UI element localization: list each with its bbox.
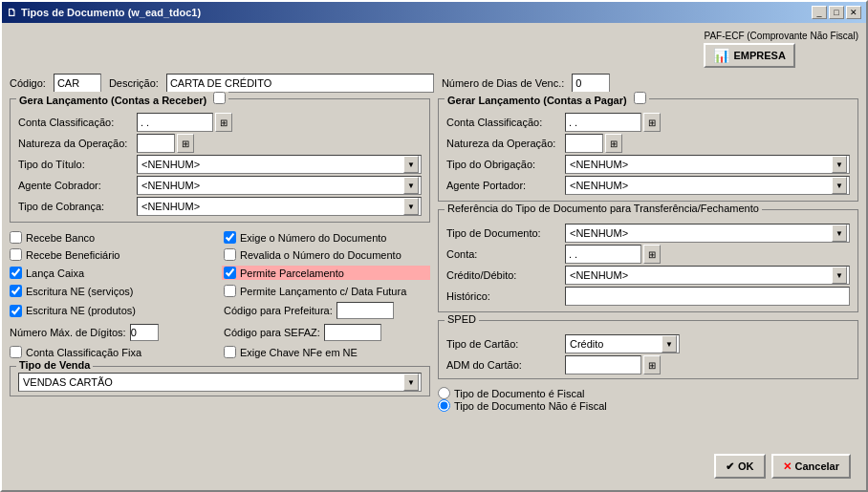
descricao-input[interactable] bbox=[166, 74, 434, 93]
agente-cobrador-value: <NENHUM> bbox=[140, 180, 403, 191]
agente-portador-arrow[interactable]: ▼ bbox=[832, 177, 847, 194]
exige-chave-nfe-label: Exige Chave NFe em NE bbox=[240, 347, 358, 358]
gera-lancamento-checkbox[interactable] bbox=[213, 92, 226, 104]
ref-conta-lookup[interactable]: ⊞ bbox=[643, 245, 661, 264]
escritura-ne-serv-cb[interactable] bbox=[10, 285, 22, 297]
permite-data-futura-cb[interactable] bbox=[224, 285, 236, 297]
main-window: 🗋 Tipos de Documento (w_ead_tdoc1) _ □ ✕… bbox=[0, 0, 868, 492]
pagar-natureza-lookup[interactable]: ⊞ bbox=[605, 134, 622, 153]
conta-class-fixa-label: Conta Classificação Fixa bbox=[26, 347, 141, 358]
conta-class-fixa-cb[interactable] bbox=[10, 346, 22, 358]
close-button[interactable]: ✕ bbox=[846, 6, 861, 19]
pagar-conta-input[interactable]: . . bbox=[565, 113, 641, 132]
cod-prefeitura-input[interactable] bbox=[336, 302, 394, 319]
conta-class-input[interactable]: . . bbox=[137, 113, 213, 132]
tipo-cobranca-arrow[interactable]: ▼ bbox=[403, 198, 419, 215]
sped-group: SPED Tipo de Cartão: Crédito ▼ ADM do Ca… bbox=[438, 320, 858, 379]
tipo-obrigacao-arrow[interactable]: ▼ bbox=[832, 156, 847, 173]
exige-numero-cb[interactable] bbox=[224, 231, 236, 244]
radio-section: Tipo de Documento é Fiscal Tipo de Docum… bbox=[438, 387, 858, 412]
tipo-titulo-arrow[interactable]: ▼ bbox=[403, 156, 419, 173]
agente-portador-value: <NENHUM> bbox=[568, 180, 832, 191]
codigo-input[interactable] bbox=[54, 74, 101, 93]
title-bar-left: 🗋 Tipos de Documento (w_ead_tdoc1) bbox=[7, 7, 201, 18]
pagar-conta-label: Conta Classificação: bbox=[446, 117, 561, 128]
escritura-ne-prod-cb[interactable] bbox=[10, 305, 22, 317]
adm-cartao-lookup[interactable]: ⊞ bbox=[643, 355, 661, 374]
conta-class-lookup[interactable]: ⊞ bbox=[215, 113, 232, 132]
checkboxes-area: Recebe Banco Exige o Número do Documento… bbox=[10, 228, 430, 358]
window-icon: 🗋 bbox=[7, 7, 17, 18]
cb-row-4: Escritura NE (serviços) Permite Lançamen… bbox=[10, 285, 430, 297]
empresa-button[interactable]: 📊 EMPRESA bbox=[704, 43, 794, 68]
ref-conta-label: Conta: bbox=[446, 248, 561, 260]
radio-nao-fiscal-input[interactable] bbox=[438, 399, 450, 412]
natureza-lookup[interactable]: ⊞ bbox=[177, 134, 194, 153]
natureza-input[interactable] bbox=[137, 134, 175, 153]
tipo-titulo-label: Tipo do Título: bbox=[18, 159, 133, 170]
revalida-numero-cb[interactable] bbox=[224, 248, 236, 261]
ref-historico-input[interactable] bbox=[565, 287, 850, 306]
tipo-titulo-combo[interactable]: <NENHUM> ▼ bbox=[137, 155, 422, 174]
panel-right: Gerar Lançamento (Contas a Pagar) Conta … bbox=[438, 98, 858, 444]
title-bar: 🗋 Tipos de Documento (w_ead_tdoc1) _ □ ✕ bbox=[2, 2, 866, 23]
tipo-cartao-combo[interactable]: Crédito ▼ bbox=[565, 334, 680, 353]
ref-credito-arrow[interactable]: ▼ bbox=[832, 267, 847, 284]
empresa-label: EMPRESA bbox=[733, 50, 785, 61]
agente-portador-row: Agente Portador: <NENHUM> ▼ bbox=[446, 176, 850, 195]
tipo-venda-combo[interactable]: VENDAS CARTÃO ▼ bbox=[18, 373, 422, 392]
cb-row-2: Recebe Beneficiário Revalida o Número do… bbox=[10, 248, 430, 261]
num-dias-input[interactable] bbox=[572, 74, 610, 93]
minimize-button[interactable]: _ bbox=[812, 6, 827, 19]
agente-cobrador-combo[interactable]: <NENHUM> ▼ bbox=[137, 176, 422, 195]
adm-cartao-input[interactable] bbox=[565, 355, 641, 374]
maximize-button[interactable]: □ bbox=[829, 6, 844, 19]
title-bar-controls: _ □ ✕ bbox=[812, 6, 861, 19]
pagar-conta-lookup[interactable]: ⊞ bbox=[643, 113, 661, 132]
cancel-label: Cancelar bbox=[795, 460, 839, 472]
recebe-beneficiario-label: Recebe Beneficiário bbox=[26, 249, 119, 261]
tipo-cartao-arrow[interactable]: ▼ bbox=[662, 335, 677, 353]
agente-portador-combo[interactable]: <NENHUM> ▼ bbox=[565, 176, 850, 195]
cod-sefaz-input[interactable] bbox=[324, 324, 381, 341]
escritura-ne-serv-label: Escritura NE (serviços) bbox=[26, 286, 133, 297]
radio-fiscal-label: Tipo de Documento é Fiscal bbox=[454, 388, 585, 399]
top-section: PAF-ECF (Comprovante Não Fiscal) 📊 EMPRE… bbox=[10, 31, 858, 68]
pagar-natureza-field: ⊞ bbox=[565, 134, 622, 153]
ok-button[interactable]: ✔ OK bbox=[714, 454, 766, 479]
pagar-conta-field: . . ⊞ bbox=[565, 113, 661, 132]
chart-icon: 📊 bbox=[713, 48, 729, 63]
tipo-venda-arrow[interactable]: ▼ bbox=[403, 374, 419, 391]
ref-tipo-doc-row: Tipo de Documento: <NENHUM> ▼ bbox=[446, 224, 850, 243]
tipo-venda-title: Tipo de Venda bbox=[16, 359, 93, 371]
cb-row-7: Conta Classificação Fixa Exige Chave NFe… bbox=[10, 346, 430, 358]
content-area: PAF-ECF (Comprovante Não Fiscal) 📊 EMPRE… bbox=[2, 23, 866, 490]
lanca-caixa-cb[interactable] bbox=[10, 267, 22, 279]
tipo-obrigacao-row: Tipo do Obrigação: <NENHUM> ▼ bbox=[446, 155, 850, 174]
num-max-input[interactable] bbox=[130, 324, 159, 341]
exige-chave-nfe-cb[interactable] bbox=[224, 346, 236, 358]
pagar-natureza-input[interactable] bbox=[565, 134, 603, 153]
cancel-button[interactable]: ✕ Cancelar bbox=[771, 454, 851, 479]
ref-tipo-doc-combo[interactable]: <NENHUM> ▼ bbox=[565, 224, 850, 243]
ref-credito-combo[interactable]: <NENHUM> ▼ bbox=[565, 266, 850, 285]
descricao-label: Descrição: bbox=[109, 77, 159, 89]
ref-tipo-doc-arrow[interactable]: ▼ bbox=[832, 225, 847, 242]
adm-cartao-field: ⊞ bbox=[565, 355, 661, 374]
gerar-pagar-checkbox[interactable] bbox=[634, 92, 646, 104]
tipo-obrigacao-combo[interactable]: <NENHUM> ▼ bbox=[565, 155, 850, 174]
ref-conta-input[interactable]: . . bbox=[565, 245, 641, 264]
ref-historico-row: Histórico: bbox=[446, 287, 850, 306]
agente-cobrador-arrow[interactable]: ▼ bbox=[403, 177, 419, 194]
recebe-banco-cb[interactable] bbox=[10, 231, 22, 244]
radio-fiscal: Tipo de Documento é Fiscal bbox=[438, 387, 858, 399]
natureza-label: Natureza da Operação: bbox=[18, 138, 133, 149]
ref-conta-field: . . ⊞ bbox=[565, 245, 661, 264]
permite-parcelamento-cb[interactable] bbox=[224, 267, 236, 279]
recebe-beneficiario-cb[interactable] bbox=[10, 248, 22, 261]
permite-data-futura-label: Permite Lançamento c/ Data Futura bbox=[240, 286, 406, 297]
tipo-cobranca-combo[interactable]: <NENHUM> ▼ bbox=[137, 197, 422, 216]
gera-lancamento-group: Gera Lançamento (Contas a Receber) Conta… bbox=[10, 98, 430, 223]
cb-row-1: Recebe Banco Exige o Número do Documento bbox=[10, 231, 430, 244]
radio-fiscal-input[interactable] bbox=[438, 387, 450, 399]
